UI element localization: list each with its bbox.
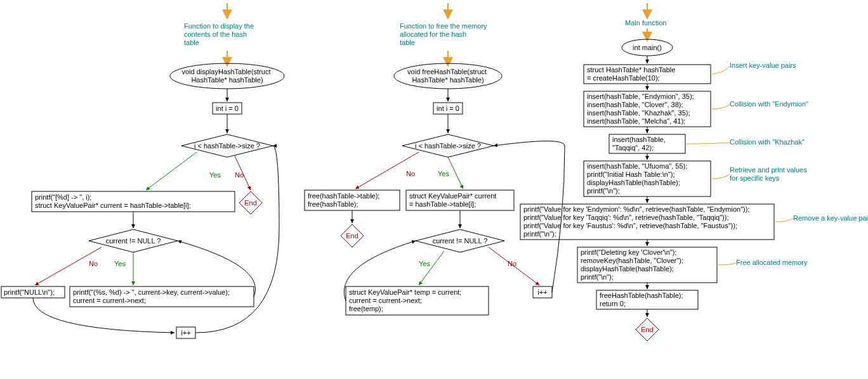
yes2-label: Yes <box>114 260 126 267</box>
inc2: i++ <box>537 288 547 296</box>
block3-1: struct HashTable* hashTable = createHash… <box>587 66 677 82</box>
c3-6: Free allocated memory <box>736 259 808 266</box>
yes-label: Yes <box>209 171 221 179</box>
block3-7: freeHashTable(hashTable); return 0; <box>600 292 685 307</box>
flowchart-diagram: Function to display the contents of the … <box>0 0 868 379</box>
comment: Function to display the contents of the … <box>184 22 256 46</box>
inner2: struct KeyValuePair* temp = current; cur… <box>349 288 463 312</box>
comment2: Function to free the memory allocated fo… <box>400 22 489 46</box>
chart-main: Main function int main() struct HashTabl… <box>520 3 868 341</box>
init: int i = 0 <box>216 105 239 112</box>
struct-block: struct KeyValuePair* current = hashTable… <box>409 192 498 208</box>
cond2: current != NULL ? <box>106 237 161 245</box>
inc: i++ <box>181 329 190 337</box>
c3-2: Collision with "Endymion" <box>730 100 808 108</box>
func3: int main() <box>633 44 662 51</box>
end2: End <box>346 232 358 240</box>
c3-3: Collision with "Khazhak" <box>730 138 805 146</box>
no-label: No <box>235 171 244 179</box>
no1b: No <box>406 170 415 177</box>
block3-4: insert(hashTable, "Ufuoma", 55); printf(… <box>587 162 689 195</box>
chart-display-hash-table: Function to display the contents of the … <box>1 3 284 338</box>
func-name: void displayHashTable(struct HashTable* … <box>181 68 272 84</box>
block3-3: insert(hashTable, "Taqqiq", 42); <box>612 136 667 151</box>
cond2b: current != NULL ? <box>433 237 488 245</box>
comment3: Main function <box>625 19 666 27</box>
c3-1: Insert key-value pairs <box>730 61 796 69</box>
c3-5: Remove a key-value pair <box>793 214 868 222</box>
yes2b: Yes <box>419 260 430 267</box>
cond1: i < hashTable->size ? <box>194 142 260 150</box>
block1: printf("[%d] -> ", i); struct KeyValuePa… <box>35 193 191 209</box>
end: End <box>244 199 257 207</box>
init2: int i = 0 <box>437 105 459 112</box>
inner-block: printf("(%s, %d) -> ", current->key, cur… <box>73 288 232 304</box>
block3-6: printf("Deleting key 'Clover'\n"); remov… <box>581 248 683 281</box>
block3-2: insert(hashTable, "Endymion", 35); inser… <box>587 93 696 125</box>
chart-free-hash-table: Function to free the memory allocated fo… <box>305 3 565 315</box>
end3: End <box>641 326 654 333</box>
no2b: No <box>508 260 516 267</box>
no2-label: No <box>89 260 98 267</box>
yes1b: Yes <box>438 170 449 177</box>
block3-5: printf("Value for key 'Endymion': %d\n",… <box>523 205 752 238</box>
c3-4: Retrieve and print values for specific k… <box>730 166 809 182</box>
cond1b: i < hashTable->size ? <box>415 142 481 150</box>
func2: void freeHashTable(struct HashTable* has… <box>407 68 489 84</box>
null-block: printf("NULL\n"); <box>4 288 55 296</box>
free-final: free(hashTable->table); free(hashTable); <box>308 192 382 208</box>
